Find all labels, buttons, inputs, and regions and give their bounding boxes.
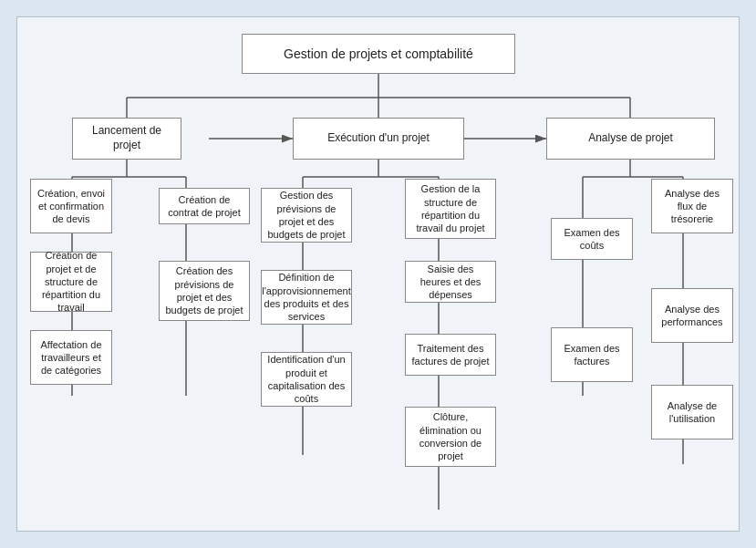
- a5-box: Analyse de l'utilisation: [651, 385, 733, 439]
- e7-box: Clôture, élimination ou conversion de pr…: [405, 407, 496, 467]
- a2-box: Examen des factures: [551, 327, 633, 382]
- l3-box: Affectation de travailleurs et de catégo…: [30, 330, 112, 385]
- a3-box: Analyse des flux de trésorerie: [651, 179, 733, 233]
- e1-box: Gestion des prévisions de projet et des …: [261, 188, 352, 243]
- e5-box: Saisie des heures et des dépenses: [405, 261, 496, 303]
- a4-box: Analyse des performances: [651, 288, 733, 343]
- l5-box: Création des prévisions de projet et des…: [159, 261, 250, 321]
- analyse-header: Analyse de projet: [546, 118, 715, 160]
- root-box: Gestion de projets et comptabilité: [242, 34, 515, 74]
- a1-box: Examen des coûts: [551, 218, 633, 260]
- l1-box: Création, envoi et confirmation de devis: [30, 179, 112, 233]
- e6-box: Traitement des factures de projet: [405, 334, 496, 376]
- e4-box: Gestion de la structure de répartition d…: [405, 179, 496, 239]
- diagram-container: Gestion de projets et comptabilité Lance…: [16, 16, 740, 532]
- e3-box: Identification d'un produit et capitalis…: [261, 352, 352, 407]
- e2-box: Définition de l'approvisionnement des pr…: [261, 270, 352, 325]
- connectors-svg: [17, 17, 739, 531]
- l2-box: Création de projet et de structure de ré…: [30, 252, 112, 312]
- lancement-header: Lancement de projet: [72, 118, 181, 160]
- execution-header: Exécution d'un projet: [293, 118, 464, 160]
- l4-box: Création de contrat de projet: [159, 188, 250, 224]
